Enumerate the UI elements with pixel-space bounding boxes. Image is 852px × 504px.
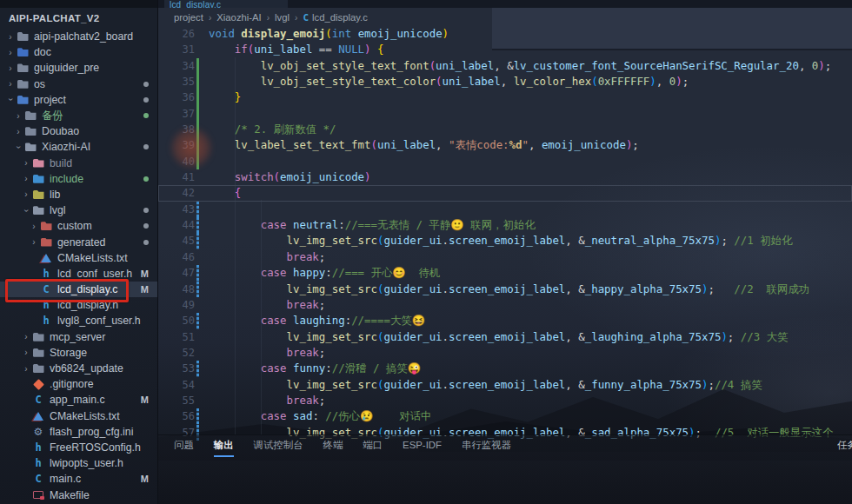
line-number: 46 <box>158 249 195 265</box>
folder-icon <box>16 94 30 106</box>
tree-item-app_main.c[interactable]: Capp_main.cM <box>0 392 157 408</box>
tree-item-lcd_display.c[interactable]: Clcd_display.cM <box>0 282 157 297</box>
chevron-down-icon[interactable]: › <box>6 95 16 105</box>
panel-tab-ESP-IDF[interactable]: ESP-IDF <box>403 435 442 457</box>
tree-item-lib[interactable]: ›lib <box>0 187 157 202</box>
code-line-31[interactable]: 31 if(uni_label == NULL) { <box>158 42 852 57</box>
code-line-55[interactable]: 55 break; <box>158 393 852 408</box>
tree-item-FreeRTOSConfig.h[interactable]: hFreeRTOSConfig.h <box>0 440 157 455</box>
chevron-right-icon[interactable]: › <box>21 189 31 199</box>
code-line-35[interactable]: 35 lv_obj_set_style_text_color(uni_label… <box>158 74 852 90</box>
tree-item-.gitignore[interactable]: .gitignore <box>0 376 157 392</box>
folder-icon <box>31 331 45 343</box>
panel-tab-tasks[interactable]: 任务 <box>837 435 852 457</box>
tree-item-aipi-palchatv2_board[interactable]: ›aipi-palchatv2_board <box>0 29 157 44</box>
chevron-right-icon[interactable]: › <box>21 364 31 374</box>
code-line-46[interactable]: 46 break; <box>158 249 852 265</box>
chevron-right-icon[interactable]: › <box>29 237 39 247</box>
code-line-40[interactable]: 40 <box>158 154 852 169</box>
tree-item-main.c[interactable]: Cmain.cM <box>0 471 157 487</box>
tree-item-include[interactable]: ›include <box>0 171 157 187</box>
folder-icon <box>16 62 30 74</box>
line-number: 44 <box>158 217 195 233</box>
panel-tab-问题[interactable]: 问题 <box>174 435 194 457</box>
panel-tab-终端[interactable]: 终端 <box>323 435 343 457</box>
tree-item-guiguider_pre[interactable]: ›guiguider_pre <box>0 60 157 76</box>
code-line-41[interactable]: 41 switch(emoij_unicode) <box>158 169 852 185</box>
code-line-44[interactable]: 44 case neutral://===无表情 / 平静🙂 联网，初始化 <box>158 217 852 233</box>
panel-tab-端口[interactable]: 端口 <box>363 435 383 457</box>
tree-item-project[interactable]: ›project <box>0 92 157 108</box>
h-file-icon: h <box>39 315 53 327</box>
tab-lcd-display[interactable]: lcd_display.c <box>164 0 288 8</box>
code-line-51[interactable]: 51 lv_img_set_src(guider_ui.screen_emoij… <box>158 329 852 345</box>
code-line-38[interactable]: 38 /* 2. 刷新数值 */ <box>158 122 852 137</box>
code-text: switch(emoij_unicode) <box>209 169 852 185</box>
code-line-50[interactable]: 50 case laughing://====大笑😆 <box>158 313 852 328</box>
code-text: break; <box>209 249 852 265</box>
tree-item-build[interactable]: ›build <box>0 156 157 171</box>
code-text: lv_obj_set_style_text_font(uni_label, &l… <box>209 58 852 74</box>
tree-item-CMakeLists.txt[interactable]: CMakeLists.txt <box>0 408 157 424</box>
code-text: lv_img_set_src(guider_ui.screen_emoij_la… <box>209 282 852 297</box>
code-line-45[interactable]: 45 lv_img_set_src(guider_ui.screen_emoij… <box>158 233 852 249</box>
chevron-right-icon[interactable]: › <box>13 111 23 121</box>
tree-item-custom[interactable]: ›custom <box>0 218 157 234</box>
chevron-right-icon[interactable]: › <box>5 63 16 73</box>
tree-item-doc[interactable]: ›doc <box>0 44 157 60</box>
breadcrumb-item[interactable]: Xiaozhi-AI <box>216 12 262 23</box>
code-line-37[interactable]: 37 <box>158 106 852 122</box>
code-line-43[interactable]: 43 <box>158 202 852 217</box>
panel-tab-串行监视器[interactable]: 串行监视器 <box>462 435 511 457</box>
breadcrumb[interactable]: project›Xiaozhi-AI›lvgl›Clcd_display.c <box>174 10 368 25</box>
tree-item-flash_prog_cfg.ini[interactable]: ⚙flash_prog_cfg.ini <box>0 424 157 440</box>
explorer-project-title[interactable]: AIPI-PALCHAT_V2 <box>0 8 157 29</box>
chevron-right-icon[interactable]: › <box>21 158 31 168</box>
tree-item-os[interactable]: ›os <box>0 76 157 92</box>
code-line-54[interactable]: 54 lv_img_set_src(guider_ui.screen_emoij… <box>158 377 852 393</box>
tree-item-lvgl[interactable]: ›lvgl <box>0 202 157 218</box>
chevron-right-icon[interactable]: › <box>21 332 31 342</box>
code-line-47[interactable]: 47 case happy://=== 开心😊 待机 <box>158 265 852 281</box>
chevron-right-icon[interactable]: › <box>5 48 16 57</box>
chevron-right-icon[interactable]: › <box>21 348 31 357</box>
panel-tab-输出[interactable]: 输出 <box>214 435 234 457</box>
chevron-right-icon[interactable]: › <box>13 127 23 136</box>
chevron-right-icon[interactable]: › <box>5 32 16 42</box>
tree-item-CMakeLists.txt[interactable]: CMakeLists.txt <box>0 250 157 266</box>
folder-icon <box>39 236 53 249</box>
tree-item-备份[interactable]: ›备份 <box>0 108 157 123</box>
tree-item-lcd_display.h[interactable]: hlcd_display.h <box>0 297 157 313</box>
tree-item-Storage[interactable]: ›Storage <box>0 345 157 361</box>
tree-item-Doubao[interactable]: ›Doubao <box>0 123 157 139</box>
code-line-34[interactable]: 34 lv_obj_set_style_text_font(uni_label,… <box>158 58 852 74</box>
chevron-down-icon[interactable]: › <box>14 142 23 152</box>
breadcrumb-item[interactable]: lvgl <box>275 12 290 23</box>
code-line-42[interactable]: 42 { <box>158 185 852 201</box>
code-line-52[interactable]: 52 break; <box>158 345 852 361</box>
tree-item-vb6824_update[interactable]: ›vb6824_update <box>0 361 157 376</box>
code-line-48[interactable]: 48 lv_img_set_src(guider_ui.screen_emoij… <box>158 282 852 297</box>
tree-item-Makefile[interactable]: Makefile <box>0 487 157 502</box>
chevron-right-icon[interactable]: › <box>29 222 39 231</box>
code-text: /* 2. 刷新数值 */ <box>209 122 852 137</box>
chevron-right-icon[interactable]: › <box>5 79 16 89</box>
chevron-right-icon[interactable]: › <box>21 174 31 183</box>
tree-item-lcd_conf_user.h[interactable]: hlcd_conf_user.hM <box>0 266 157 282</box>
tree-item-lwipopts_user.h[interactable]: hlwipopts_user.h <box>0 455 157 471</box>
tree-item-mcp_server[interactable]: ›mcp_server <box>0 329 157 345</box>
tree-item-lvgl8_conf_user.h[interactable]: hlvgl8_conf_user.h <box>0 313 157 328</box>
code-editor[interactable]: 26void display_emoij(int emoij_unicode)3… <box>158 26 852 441</box>
tree-item-Xiaozhi-AI[interactable]: ›Xiaozhi-AI <box>0 139 157 155</box>
chevron-down-icon[interactable]: › <box>22 205 31 216</box>
code-line-56[interactable]: 56 case sad: //伤心😢 对话中 <box>158 408 852 424</box>
breadcrumb-item[interactable]: lcd_display.c <box>312 12 368 23</box>
code-line-26[interactable]: 26void display_emoij(int emoij_unicode) <box>158 26 852 42</box>
tree-item-generated[interactable]: ›generated <box>0 234 157 249</box>
code-line-53[interactable]: 53 case funny://滑稽 / 搞笑😜 <box>158 361 852 376</box>
code-line-36[interactable]: 36 } <box>158 90 852 105</box>
code-line-49[interactable]: 49 break; <box>158 297 852 313</box>
panel-tab-调试控制台[interactable]: 调试控制台 <box>254 435 303 457</box>
code-line-39[interactable]: 39 lv_label_set_text_fmt(uni_label, "表情c… <box>158 137 852 153</box>
breadcrumb-item[interactable]: project <box>174 12 203 23</box>
